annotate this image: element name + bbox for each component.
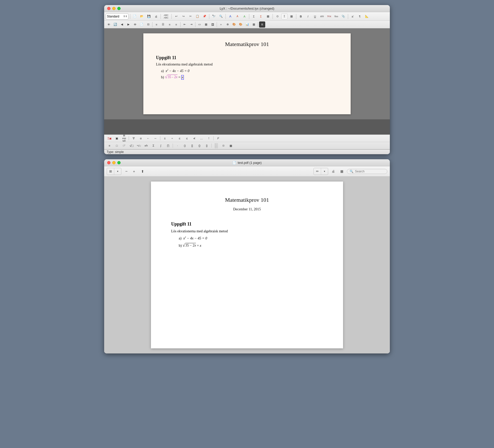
print-button[interactable]: 🖨 — [153, 13, 159, 19]
table-button[interactable]: ▦ — [265, 13, 271, 19]
save-button[interactable]: 💾 — [146, 13, 152, 19]
minimize-button[interactable] — [112, 7, 116, 10]
foo-button[interactable]: \foo — [333, 13, 339, 19]
align-full-button[interactable]: ≡ — [153, 21, 160, 28]
mt-sum-box[interactable]: Σ▣ — [106, 136, 113, 141]
pdf-close-button[interactable] — [107, 161, 110, 164]
matrix2-button[interactable]: ▦ — [288, 13, 295, 19]
mt-pm[interactable]: ± — [162, 136, 168, 141]
mt-F[interactable]: F — [215, 136, 221, 141]
color4-button[interactable]: 🎨 — [238, 21, 244, 28]
split-button[interactable]: ⊟ — [145, 21, 151, 28]
prev-page-button[interactable]: ◀ — [119, 21, 125, 28]
mt-leftarrow[interactable]: ← — [145, 136, 151, 141]
new-doc-button[interactable]: 📄 — [132, 13, 138, 19]
mt-frac[interactable]: a/b — [143, 143, 149, 148]
mt-excl[interactable]: ! — [206, 136, 212, 141]
box-button[interactable]: ▭ — [196, 21, 203, 28]
pdf-pen-button[interactable]: ✏ — [314, 168, 321, 175]
mt-equiv[interactable]: ≡ — [106, 143, 113, 148]
next-page-button[interactable]: ▶ — [125, 21, 131, 28]
figure-button[interactable]: 🖼 — [210, 21, 216, 28]
redline-button[interactable]: 📊 — [244, 21, 250, 28]
pdf-zoom-in-button[interactable]: + — [130, 168, 138, 175]
underline-button[interactable]: U — [312, 13, 318, 19]
binoculars-button[interactable]: 👁 — [106, 21, 112, 28]
mt-div[interactable]: ÷ — [169, 136, 175, 141]
align-left-button[interactable]: ☰ — [160, 21, 166, 28]
text-size-button[interactable]: A — [234, 13, 240, 19]
pdf-annotate-group[interactable]: ✏ ▾ — [313, 168, 328, 175]
bullet-list-button[interactable]: ≡ — [167, 21, 173, 28]
mt-grid[interactable]: ░░░░ — [213, 143, 219, 148]
bold-button[interactable]: B — [298, 13, 304, 19]
sigma2-button[interactable]: Σ — [281, 13, 287, 19]
view-button[interactable]: ¶ — [357, 13, 363, 19]
pdf-panel-toggle[interactable]: ⊞ — [107, 168, 114, 175]
view-doc-button[interactable]: 👁 — [132, 21, 138, 28]
mt-nthroot[interactable]: ⁿ√□ — [136, 143, 142, 148]
cut-button[interactable]: ✂ — [187, 13, 193, 19]
pdf-pen-arrow[interactable]: ▾ — [321, 168, 328, 175]
mt-sum2[interactable]: Σ — [150, 143, 157, 148]
mt-box[interactable]: ▣ — [114, 136, 120, 141]
tex-button[interactable]: TEX — [326, 13, 332, 19]
pdf-panel-arrow[interactable]: ▾ — [114, 168, 121, 175]
pdf-annotate-button[interactable]: ▦ — [338, 168, 345, 175]
paste-button[interactable]: 📌 — [201, 13, 208, 19]
pdf-share-button[interactable]: ⬆ — [139, 168, 146, 175]
mt-exp[interactable]: M̄exptah — [121, 136, 127, 141]
grid-button[interactable]: ▦ — [251, 21, 257, 28]
sigma-button[interactable]: Σ — [251, 13, 257, 19]
pdf-maximize-button[interactable] — [117, 161, 121, 164]
mt-leq[interactable]: ≤ — [176, 136, 183, 141]
settings-button[interactable]: a' — [350, 13, 356, 19]
mt-ellipsis[interactable]: … — [198, 136, 205, 141]
style-selector[interactable]: Standard ⬆⬇ — [106, 13, 128, 19]
mt-leftrightarrow[interactable]: ↔ — [152, 136, 159, 141]
mt-lbracket[interactable]: [| — [204, 143, 210, 148]
search-button[interactable]: 🔍 — [218, 13, 224, 19]
pdf-search-box[interactable]: 🔍 — [347, 169, 387, 174]
indent-left-button[interactable]: ⇤ — [182, 21, 188, 28]
mt-braces[interactable]: {} — [196, 143, 203, 148]
table3-button[interactable]: ▦ — [203, 21, 209, 28]
indent-right-button[interactable]: ⇥ — [188, 21, 194, 28]
undo-button[interactable]: ↩ — [173, 13, 179, 19]
spellcheck-button[interactable]: ABCABC — [162, 13, 170, 19]
open-button[interactable]: 📂 — [139, 13, 145, 19]
mt-leq2[interactable]: ≤ — [184, 136, 190, 141]
maximize-button[interactable] — [117, 7, 121, 10]
mt-cases[interactable]: ▦ — [228, 143, 234, 148]
mt-parens[interactable]: () — [182, 143, 188, 148]
text-color-button[interactable]: A — [241, 13, 248, 19]
mt-sq-deg[interactable]: □° — [121, 143, 127, 148]
pdf-zoom-out-button[interactable]: − — [123, 168, 130, 175]
copy-button[interactable]: 📋 — [194, 13, 200, 19]
insert-button[interactable]: + — [218, 21, 224, 28]
mt-square[interactable]: □ — [114, 143, 120, 148]
find-button[interactable]: 🔭 — [211, 13, 217, 19]
navigator-button[interactable]: 📐 — [364, 13, 370, 19]
mt-prod[interactable]: ∏ — [165, 143, 171, 148]
char-format-button[interactable]: A — [227, 13, 233, 19]
redo-button[interactable]: ↪ — [180, 13, 186, 19]
mt-alpha[interactable]: α — [138, 136, 144, 141]
sum-func-button[interactable]: Σ — [258, 13, 264, 19]
emph-button[interactable]: em — [319, 13, 325, 19]
pi-button[interactable]: π — [259, 21, 265, 28]
mt-nabla[interactable]: ∇ — [130, 136, 137, 141]
mt-brackets[interactable]: [] — [189, 143, 195, 148]
pdf-print-button[interactable]: 🖨 — [330, 168, 337, 175]
search-input[interactable] — [355, 170, 380, 173]
mt-cdot[interactable]: · — [174, 143, 181, 148]
mt-sqrt[interactable]: √□ — [128, 143, 135, 148]
update-button[interactable]: 📄 — [139, 21, 145, 28]
attach-button[interactable]: 📎 — [340, 13, 346, 19]
mt-integral[interactable]: ∫ — [158, 143, 164, 148]
mt-matrix2[interactable]: ⊡ — [220, 143, 227, 148]
pdf-view-toggle[interactable]: ⊞ ▾ — [107, 168, 121, 175]
cross-ref-button[interactable]: ⊕ — [224, 21, 231, 28]
color3-button[interactable]: 🎨 — [231, 21, 237, 28]
numbered-list-button[interactable]: ≡ — [173, 21, 179, 28]
